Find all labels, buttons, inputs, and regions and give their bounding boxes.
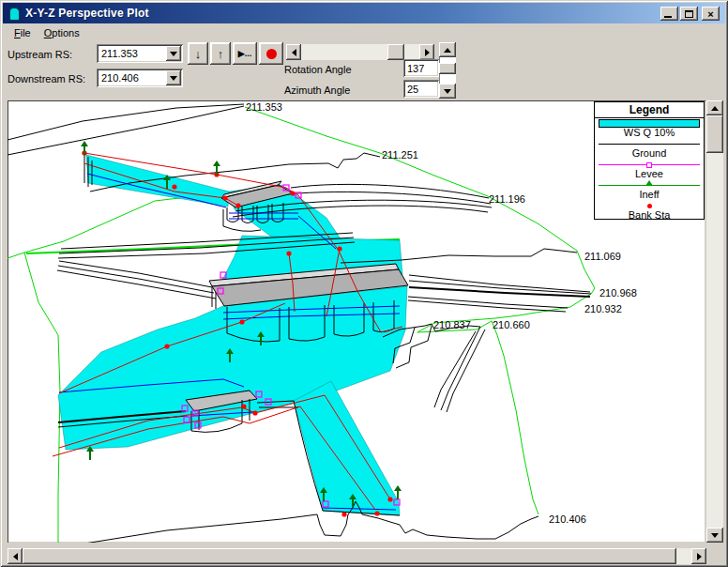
bank-station-marker [290,191,295,195]
water-surface-upper [86,155,229,207]
arrow-down-icon [444,89,451,94]
scroll-right-button[interactable] [419,44,434,60]
up-arrow-icon: ↑ [218,47,224,61]
maximize-button[interactable] [680,7,698,21]
downstream-rs-combobox[interactable]: 210.406 [97,69,183,87]
station-label: 210.837 [433,319,471,330]
plot-legend: Legend WS Q 10%GroundLeveeIneffBank Sta [594,101,705,220]
scroll-left-button[interactable] [8,548,23,564]
close-button[interactable]: × [702,7,720,21]
station-label: 211.069 [584,251,621,262]
scroll-right-button[interactable] [691,548,706,564]
legend-entries: WS Q 10%GroundLeveeIneffBank Sta [595,118,704,222]
station-label: 210.406 [549,513,586,525]
rotation-angle-value: 137 [407,63,424,74]
bank-station-marker [252,410,257,415]
legend-label: Ground [632,148,667,160]
legend-swatch-line [595,139,704,148]
station-label: 211.196 [489,193,525,205]
perspective-plot-area: 211.353211.251211.196211.069210.968210.9… [8,100,705,543]
arrow-left-icon [292,49,296,56]
play-icon: ▶... [238,49,251,58]
downstream-rs-label: Downstream RS: [8,73,85,84]
scrollbar-thumb[interactable] [387,44,404,60]
arrow-up-icon [444,48,451,53]
spinner-thumb[interactable] [439,63,456,74]
rotation-angle-input[interactable]: 137 [403,59,439,77]
step-downstream-button[interactable]: ↓ [188,42,208,65]
upstream-dropdown-button[interactable] [166,46,181,61]
legend-swatch-fill [595,118,704,128]
bank-station-marker [286,251,291,255]
app-icon [7,6,22,21]
station-label: 210.968 [599,287,637,299]
station-label: 210.660 [493,319,530,330]
hscrollbar-thumb[interactable] [23,548,676,564]
bank-station-marker [239,319,244,324]
legend-label: Levee [635,169,663,180]
upstream-rs-value: 211.353 [101,48,138,59]
bank-station-marker [222,195,227,200]
azimuth-angle-input[interactable]: 25 [403,80,439,98]
legend-entry: Levee [595,160,704,180]
minimize-icon [664,16,672,18]
window-title: X-Y-Z Perspective Plot [25,7,149,20]
legend-title: Legend [595,102,704,118]
chevron-down-icon [170,76,177,81]
upstream-rs-combobox[interactable]: 211.353 [97,44,183,63]
menubar: File Options [3,23,725,42]
legend-entry: Ineff [595,180,704,201]
arrow-right-icon [425,49,430,56]
spinner-up-button[interactable] [439,42,456,57]
bank-station-marker [241,404,246,408]
legend-entry: Ground [595,139,704,160]
toolbar: Upstream RS: 211.353 Downstream RS: 210.… [3,42,725,100]
close-icon: × [707,8,713,20]
station-label: 210.932 [584,303,622,314]
bank-station-marker [337,246,341,251]
minimize-button[interactable] [660,7,678,21]
arrow-right-icon [697,553,702,560]
bank-station-marker [387,497,392,501]
azimuth-angle-value: 25 [407,84,418,95]
horizontal-scrollbar[interactable] [8,548,706,564]
station-label: 211.353 [246,101,282,113]
maximize-icon [685,10,693,18]
scroll-left-button[interactable] [286,44,301,60]
xyz-perspective-window: X-Y-Z Perspective Plot × File Options Up… [0,0,728,567]
legend-label: Ineff [639,190,659,201]
upstream-rs-label: Upstream RS: [8,49,72,60]
animate-button[interactable]: ▶... [233,42,257,65]
legend-swatch-line-square [595,160,704,169]
menu-file[interactable]: File [8,25,37,40]
record-button[interactable] [259,42,283,65]
rotation-scrollbar[interactable] [286,44,434,60]
vertical-scrollbar[interactable] [706,100,723,543]
station-label: 211.251 [382,149,418,161]
spinner-down-button[interactable] [439,84,456,99]
vscrollbar-thumb[interactable] [706,115,723,153]
bank-station-marker [341,512,346,516]
chevron-down-icon [170,52,177,56]
titlebar[interactable]: X-Y-Z Perspective Plot × [3,3,725,23]
legend-swatch-line-triangle [595,180,704,190]
angle-spinner[interactable] [439,42,456,99]
scroll-up-button[interactable] [706,100,723,115]
ineff-arrow-icon [81,141,88,155]
bank-station-marker [374,511,379,515]
legend-entry: Bank Sta [595,201,704,222]
downstream-dropdown-button[interactable] [166,70,181,85]
scroll-down-button[interactable] [706,528,723,543]
bank-station-marker [164,344,169,348]
arrow-left-icon [13,553,18,560]
legend-label: Bank Sta [629,210,671,222]
legend-label: WS Q 10% [624,128,675,139]
bank-station-marker [235,203,240,207]
step-upstream-button[interactable]: ↑ [210,42,231,65]
menu-options[interactable]: Options [38,25,85,40]
water-surface-strip [294,381,400,515]
down-arrow-icon: ↓ [195,47,202,61]
rotation-angle-label: Rotation Angle [284,64,352,75]
arrow-down-icon [711,533,719,538]
legend-swatch-dot [595,201,704,210]
